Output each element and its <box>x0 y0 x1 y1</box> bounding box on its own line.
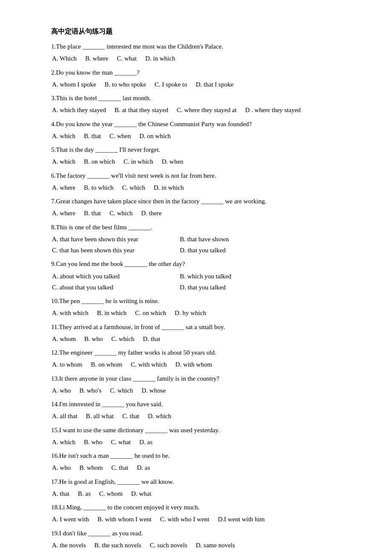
option-9-0-1: B. which you talked <box>180 271 299 282</box>
options-7: A. whereB. thatC. whichD. there <box>51 208 349 219</box>
option-17-0: A. that <box>52 488 69 499</box>
option-19-1: B. the such novels <box>95 540 141 551</box>
option-14-2: C. that <box>122 410 139 422</box>
question-8: 8.This is one of the best films _______.… <box>51 222 349 256</box>
options-15: A. whichB. whoC. whatD. as <box>51 436 349 448</box>
option-1-1: B. where <box>85 53 108 64</box>
option-19-3: D. same novels <box>196 540 235 551</box>
question-6: 6.The factory _______ we'll visit next w… <box>51 170 349 194</box>
option-8-1-0: C. that has been shown this year <box>52 245 171 256</box>
page-content: 高中定语从句练习题 1.The place _______ interested… <box>51 26 349 551</box>
options-13: A. whoB. who'sC. whichD. whose <box>51 385 349 396</box>
option-16-2: C. that <box>111 462 128 473</box>
question-17: 17.He is good at English, _______ we all… <box>51 476 349 500</box>
option-8-0-0: A. that have been shown this year <box>52 234 171 245</box>
question-text-12: 12.The engineer _______ my father works … <box>51 347 349 358</box>
option-10-0: A. with which <box>52 307 88 318</box>
question-text-9: 9.Can you lend me the book _______ the o… <box>51 258 349 269</box>
option-2-1: B. to who spoke <box>104 79 146 90</box>
question-text-19: 19.I don't like _______ as you read. <box>51 528 349 539</box>
question-1: 1.The place _______ interested me most w… <box>51 41 349 64</box>
option-18-2: C. with who I went <box>160 514 209 525</box>
options-6: A. whereB. to whichC. whichD. in which <box>51 182 349 193</box>
option-1-3: D. in which <box>145 53 175 64</box>
option-4-3: D. on which <box>139 130 171 142</box>
option-7-3: D. there <box>141 208 161 219</box>
options-18: A. I went withB. with whom I wentC. with… <box>51 514 349 525</box>
question-12: 12.The engineer _______ my father works … <box>51 347 349 370</box>
option-9-1-0: C. about that you talked <box>52 282 171 293</box>
question-3: 3.This is the hotel _______ last month.A… <box>51 92 349 116</box>
options-2: A. whom I spokeB. to who spokeC. I spoke… <box>51 79 349 90</box>
question-7: 7.Great changes have taken place since t… <box>51 196 349 219</box>
question-text-3: 3.This is the hotel _______ last month. <box>51 92 349 104</box>
question-text-1: 1.The place _______ interested me most w… <box>51 41 349 52</box>
question-text-13: 13.It there anyone in your class _______… <box>51 373 349 384</box>
question-10: 10.The pen _______ he is writing is mine… <box>51 295 349 319</box>
options-8: A. that have been shown this yearB. that… <box>51 234 349 256</box>
option-4-1: B. that <box>84 130 101 142</box>
question-text-18: 18.Li Ming, _______ to the concert enjoy… <box>51 502 349 513</box>
option-5-1: B. on which <box>84 156 115 167</box>
option-1-2: C. what <box>117 53 137 64</box>
question-text-8: 8.This is one of the best films _______. <box>51 222 349 233</box>
option-1-0: A. Which <box>52 53 77 64</box>
question-text-17: 17.He is good at English, _______ we all… <box>51 476 349 487</box>
options-10: A. with whichB. in whichC. on whichD. by… <box>51 307 349 318</box>
option-16-3: D. as <box>137 462 150 473</box>
options-17: A. thatB. asC. whomD. what <box>51 488 349 499</box>
option-6-1: B. to which <box>84 182 114 193</box>
option-8-0-1: B. that have shown <box>180 234 299 245</box>
options-16: A. whoB. whomC. thatD. as <box>51 462 349 473</box>
option-11-0: A. whom <box>52 333 76 344</box>
question-text-2: 2.Do you know the man _______? <box>51 67 349 78</box>
option-7-0: A. where <box>52 208 75 219</box>
option-7-1: B. that <box>84 208 101 219</box>
option-13-2: C. which <box>110 385 133 396</box>
option-12-2: C. with which <box>131 359 167 370</box>
option-16-1: B. whom <box>79 462 103 473</box>
option-19-2: C. such novels <box>150 540 187 551</box>
option-4-2: C. when <box>110 130 131 142</box>
options-11: A. whomB. whoC. whichD. that <box>51 333 349 344</box>
option-10-2: C. on which <box>135 307 166 318</box>
option-10-3: D. by which <box>175 307 206 318</box>
question-15: 15.I want to use the same dictionary ___… <box>51 425 349 448</box>
question-2: 2.Do you know the man _______?A. whom I … <box>51 67 349 90</box>
question-text-10: 10.The pen _______ he is writing is mine… <box>51 295 349 306</box>
option-19-0: A. the novels <box>52 540 86 551</box>
question-text-16: 16.He isn't such a man _______ he used t… <box>51 450 349 461</box>
options-12: A. to whomB. on whomC. with whichD. with… <box>51 359 349 370</box>
option-6-3: D. in which <box>154 182 184 193</box>
options-5: A. whichB. on whichC. in whichD. when <box>51 156 349 167</box>
question-18: 18.Li Ming, _______ to the concert enjoy… <box>51 502 349 525</box>
option-4-0: A. which <box>52 130 75 142</box>
question-13: 13.It there anyone in your class _______… <box>51 373 349 396</box>
option-2-3: D. that I spoke <box>196 79 233 90</box>
option-2-0: A. whom I spoke <box>52 79 96 90</box>
option-15-3: D. as <box>139 436 153 448</box>
option-18-0: A. I went with <box>52 514 89 525</box>
option-12-1: B. on whom <box>91 359 122 370</box>
option-12-0: A. to whom <box>52 359 82 370</box>
option-5-2: C. in which <box>124 156 153 167</box>
option-15-0: A. which <box>52 436 75 448</box>
option-14-3: D. which <box>148 410 171 422</box>
option-17-2: C. whom <box>99 488 123 499</box>
question-14: 14.I'm interested in _______ you have sa… <box>51 399 349 422</box>
option-2-2: C. I spoke to <box>155 79 187 90</box>
option-18-3: D.I went with him <box>218 514 265 525</box>
option-15-2: C. what <box>111 436 131 448</box>
option-3-2: C. where they stayed at <box>177 104 236 116</box>
options-14: A. all thatB. all whatC. thatD. which <box>51 410 349 422</box>
option-7-2: C. which <box>110 208 133 219</box>
options-1: A. WhichB. whereC. whatD. in which <box>51 53 349 64</box>
option-13-1: B. who's <box>79 385 101 396</box>
question-9: 9.Can you lend me the book _______ the o… <box>51 258 349 293</box>
options-9: A. about which you talkedB. which you ta… <box>51 271 349 293</box>
option-5-3: D. when <box>162 156 184 167</box>
option-9-1-1: D. that you talked <box>180 282 299 293</box>
option-13-0: A. who <box>52 385 71 396</box>
option-16-0: A. who <box>52 462 71 473</box>
option-3-3: D . where they stayed <box>245 104 300 116</box>
